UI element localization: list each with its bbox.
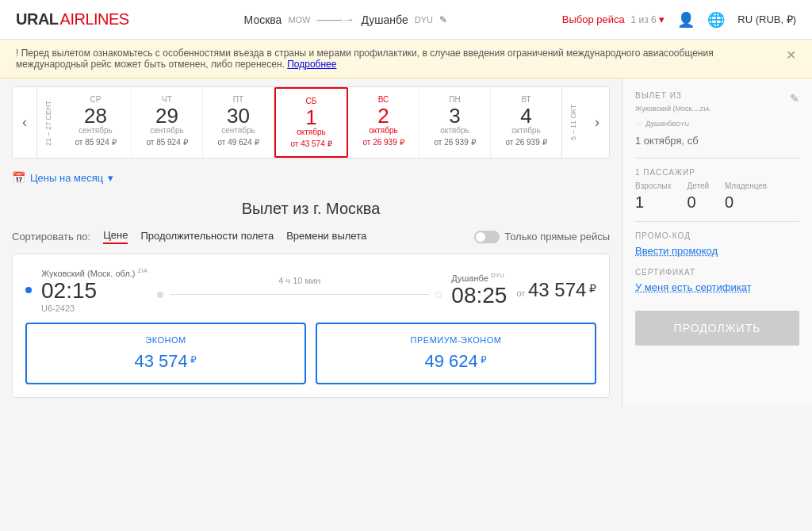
lang-button[interactable]: RU (RUB, ₽) <box>737 13 796 25</box>
adults-count: 1 <box>635 193 671 212</box>
promo-label: ПРОМО-КОД <box>635 231 799 240</box>
from-airport-code: ZIA <box>138 267 147 274</box>
globe-icon[interactable]: 🌐 <box>707 11 725 29</box>
flight-selection-link[interactable]: Выбор рейса 1 из 6 ▾ <box>562 13 665 25</box>
direct-flights-filter: Только прямые рейсы <box>474 231 610 243</box>
departure-info: Жуковский (Моск. обл.) ZIA 02:15 U6-2423 <box>41 267 147 313</box>
logo: URAL AIRLINES <box>16 10 129 29</box>
children-label: Детей <box>687 181 709 190</box>
fare-class-premium-economy[interactable]: ПРЕМИУМ-ЭКОНОМ 49 624 ₽ <box>316 323 596 384</box>
sidebar-to-code: DYU <box>676 120 689 128</box>
children-count: 0 <box>687 193 709 212</box>
header-right: Выбор рейса 1 из 6 ▾ 👤 🌐 RU (RUB, ₽) <box>562 11 796 29</box>
flight-price-currency: ₽ <box>589 282 596 295</box>
sidebar-divider-2 <box>635 221 799 222</box>
price-from-label: от <box>516 288 525 298</box>
route-to-city: Душанбе <box>362 13 408 26</box>
route-from-code: MOW <box>288 15 310 25</box>
calendar-day-2[interactable]: ПТ 30 сентябрь от 49 624 ₽ <box>203 87 274 158</box>
sidebar-divider-1 <box>635 158 799 159</box>
flight-number: U6-2423 <box>41 304 147 313</box>
flight-price-area: от 43 574 ₽ <box>516 279 596 301</box>
sidebar-promo-section: ПРОМО-КОД Ввести промокод <box>635 231 799 257</box>
flight-header: Жуковский (Моск. обл.) ZIA 02:15 U6-2423… <box>25 267 596 313</box>
close-banner-button[interactable]: ✕ <box>786 48 796 63</box>
sep-circle-left <box>157 292 163 298</box>
flight-separator <box>157 292 442 298</box>
info-banner: ! Перед вылетом ознакомьтесь с особеннос… <box>0 40 812 78</box>
depart-from-label: ВЫЛЕТ ИЗ <box>635 91 682 100</box>
children-count-area: Детей 0 <box>687 181 709 212</box>
premium-economy-label: ПРЕМИУМ-ЭКОНОМ <box>325 335 587 345</box>
sidebar: ВЫЛЕТ ИЗ ✎ Жуковский (Моск....ZIA → Душа… <box>622 78 812 406</box>
flight-price-value: 43 574 <box>528 279 586 300</box>
flight-duration-area: 4 ч 10 мин <box>157 276 442 304</box>
sort-bar: Сортировать по: Цене Продолжительности п… <box>12 229 610 244</box>
main-container: ‹ 21 – 27 СЕНТ. СР 28 сентябрь от 85 924… <box>0 78 812 406</box>
route-from-city: Москва <box>244 13 282 26</box>
fare-class-economy[interactable]: ЭКОНОМ 43 574 ₽ <box>25 323 306 384</box>
to-airport-code: DYU <box>491 272 504 279</box>
calendar-day-1[interactable]: ЧТ 29 сентябрь от 85 924 ₽ <box>132 87 203 158</box>
flight-indicator <box>25 287 32 293</box>
sort-by-time[interactable]: Времени вылета <box>286 230 366 243</box>
direct-flights-toggle[interactable] <box>474 231 500 243</box>
section-title: Вылет из г. Москва <box>12 200 610 218</box>
calendar-day-3[interactable]: СБ 1 октябрь от 43 574 ₽ <box>274 87 348 158</box>
calendar-next-button[interactable]: › <box>585 87 609 158</box>
edit-route-icon[interactable]: ✎ <box>439 14 447 25</box>
calendar-day-6[interactable]: ВТ 4 октябрь от 26 939 ₽ <box>491 87 561 158</box>
calendar-icon: 📅 <box>12 171 25 184</box>
sort-by-price[interactable]: Цене <box>103 229 128 244</box>
sidebar-cert-section: СЕРТИФИКАТ У меня есть сертификат <box>635 268 799 293</box>
premium-economy-price: 49 624 <box>425 351 478 371</box>
route-to-code: DYU <box>415 15 433 25</box>
calendar-strip: ‹ 21 – 27 СЕНТ. СР 28 сентябрь от 85 924… <box>12 86 610 159</box>
infants-count-area: Младенцев 0 <box>725 181 767 212</box>
promo-link[interactable]: Ввести промокод <box>635 245 799 257</box>
week-label-right: 5 – 11 ОКТ <box>561 87 585 158</box>
arrival-info: Душанбе DYU 08:25 <box>451 272 507 308</box>
sidebar-passengers-section: 1 ПАССАЖИР Взрослых 1 Детей 0 Младенцев … <box>635 168 799 212</box>
calendar-days: СР 28 сентябрь от 85 924 ₽ ЧТ 29 сентябр… <box>60 87 561 158</box>
sort-by-duration[interactable]: Продолжительности полета <box>140 230 274 243</box>
banner-link[interactable]: Подробнее <box>287 59 336 70</box>
sidebar-date: 1 октября, сб <box>635 135 799 147</box>
sep-circle-right <box>435 292 442 298</box>
logo-airlines-text: AIRLINES <box>60 10 129 29</box>
flight-card: Жуковский (Моск. обл.) ZIA 02:15 U6-2423… <box>12 254 610 398</box>
sort-label: Сортировать по: <box>12 231 90 243</box>
route-arrow: ——→ <box>317 13 355 27</box>
sidebar-depart-section: ВЫЛЕТ ИЗ ✎ Жуковский (Моск....ZIA → Душа… <box>635 91 799 147</box>
calendar-day-5[interactable]: ПН 3 октябрь от 26 939 ₽ <box>419 87 491 158</box>
cert-link[interactable]: У меня есть сертификат <box>635 281 799 293</box>
adults-count-area: Взрослых 1 <box>635 181 671 212</box>
sidebar-from-airport: Жуковский (Моск....ZIA <box>635 105 799 118</box>
chevron-down-icon: ▾ <box>108 172 113 184</box>
continue-button[interactable]: ПРОДОЛЖИТЬ <box>635 311 799 346</box>
header-route: Москва MOW ——→ Душанбе DYU ✎ <box>244 13 447 27</box>
user-icon[interactable]: 👤 <box>677 11 695 29</box>
flight-duration-text: 4 ч 10 мин <box>157 276 442 285</box>
premium-economy-currency: ₽ <box>481 353 487 365</box>
calendar-day-4[interactable]: ВС 2 октябрь от 26 939 ₽ <box>348 87 419 158</box>
economy-price: 43 574 <box>135 351 188 371</box>
sep-line <box>170 294 429 295</box>
edit-route-sidebar-icon[interactable]: ✎ <box>790 92 799 105</box>
banner-text: ! Перед вылетом ознакомьтесь с особеннос… <box>16 48 778 70</box>
sidebar-route-arrow: → ДушанбеDYU <box>635 120 799 133</box>
calendar-day-0[interactable]: СР 28 сентябрь от 85 924 ₽ <box>60 87 132 158</box>
month-prices-link[interactable]: 📅 Цены на месяц ▾ <box>12 168 610 187</box>
infants-label: Младенцев <box>725 181 767 190</box>
passenger-counts: Взрослых 1 Детей 0 Младенцев 0 <box>635 181 799 212</box>
week-label-left: 21 – 27 СЕНТ. <box>36 87 60 158</box>
calendar-prev-button[interactable]: ‹ <box>13 87 36 158</box>
to-airport-name: Душанбе DYU <box>451 272 507 283</box>
direct-flights-label: Только прямые рейсы <box>504 231 610 243</box>
infants-count: 0 <box>725 193 767 212</box>
fare-classes: ЭКОНОМ 43 574 ₽ ПРЕМИУМ-ЭКОНОМ 49 624 ₽ <box>25 323 596 384</box>
sidebar-from-code: ZIA <box>699 105 709 113</box>
economy-price-area: 43 574 ₽ <box>35 351 297 372</box>
adults-label: Взрослых <box>635 181 671 190</box>
cert-label: СЕРТИФИКАТ <box>635 268 799 277</box>
